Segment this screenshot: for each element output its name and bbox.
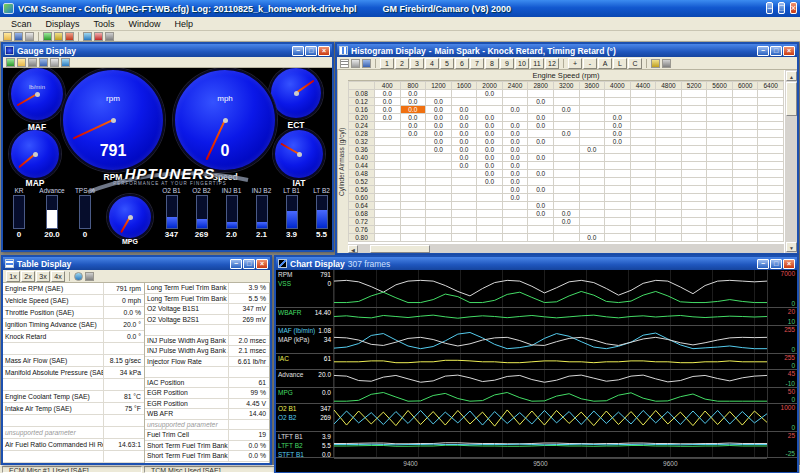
stop-scan-icon[interactable] [65,32,74,41]
table-maximize-button[interactable]: □ [243,259,255,269]
histogram-cell[interactable] [681,98,707,106]
histogram-tab-2[interactable]: 2 [395,58,409,69]
histogram-cell[interactable] [400,210,426,218]
histogram-cell[interactable] [758,98,784,106]
histogram-cell[interactable] [758,178,784,186]
histogram-cell[interactable]: 0.0 [553,106,579,114]
histogram-col-header[interactable]: 5200 [681,82,707,90]
edit-gauge-icon[interactable] [17,58,26,67]
histogram-cell[interactable] [553,146,579,154]
histogram-cell[interactable] [630,234,656,242]
histogram-cell[interactable]: 0.0 [528,154,554,162]
histogram-cell[interactable] [375,218,401,226]
histogram-row-header[interactable]: 0.44 [349,162,375,170]
histogram-cell[interactable] [528,178,554,186]
histogram-cell[interactable] [400,162,426,170]
parameter-row[interactable] [145,325,269,336]
hscroll-thumb[interactable] [370,245,430,253]
histogram-cell[interactable] [400,178,426,186]
chart-window-titlebar[interactable]: Chart Display 307 frames − □ × [276,257,797,270]
histogram-cell[interactable] [502,218,528,226]
chart-plot-area[interactable] [334,270,767,307]
histogram-row-header[interactable]: 0.12 [349,98,375,106]
histogram-cell[interactable] [579,138,605,146]
histogram-cell[interactable]: 0.0 [426,138,452,146]
table-minimize-button[interactable]: − [230,259,242,269]
histogram-cell[interactable] [630,194,656,202]
histogram-cell[interactable] [477,210,503,218]
histogram-hscrollbar[interactable]: ◀ [348,243,784,253]
histogram-button-+[interactable]: + [568,58,582,69]
histogram-col-header[interactable]: 4000 [605,82,631,90]
histogram-cell[interactable] [553,90,579,98]
histogram-cell[interactable] [732,106,758,114]
histogram-col-header[interactable]: 3600 [579,82,605,90]
histogram-row-header[interactable]: 0.76 [349,226,375,234]
histogram-cell[interactable] [681,186,707,194]
histogram-row-header[interactable]: 0.40 [349,154,375,162]
histogram-cell[interactable] [656,146,682,154]
histogram-cell[interactable] [732,178,758,186]
histogram-cell[interactable] [605,98,631,106]
parameter-row[interactable]: Mass Air Flow (SAE)8.15 g/sec [3,355,144,367]
histogram-cell[interactable] [400,186,426,194]
histogram-cell[interactable] [605,162,631,170]
histogram-cell[interactable] [732,186,758,194]
histogram-cell[interactable] [528,218,554,226]
histogram-col-header[interactable]: 5600 [707,82,733,90]
histogram-cell[interactable] [732,122,758,130]
histogram-cell[interactable] [656,210,682,218]
histogram-cell[interactable] [553,154,579,162]
histogram-cell[interactable] [579,90,605,98]
histogram-cell[interactable] [553,138,579,146]
histogram-cell[interactable] [707,90,733,98]
parameter-row[interactable]: Long Term Fuel Trim Bank 2 (SAE)5.5 % [145,294,269,305]
histogram-cell[interactable] [605,154,631,162]
histogram-cell[interactable] [451,234,477,242]
histogram-cell[interactable]: 0.0 [502,178,528,186]
parameter-row[interactable]: INJ Pulse Width Avg Bank 22.1 msec [145,346,269,357]
histogram-tab-3[interactable]: 3 [410,58,424,69]
histogram-cell[interactable] [681,178,707,186]
chart-plot-area[interactable] [334,326,767,353]
histogram-cell[interactable] [528,194,554,202]
add-parameter-icon[interactable] [74,272,83,281]
histogram-col-header[interactable]: 6400 [758,82,784,90]
histogram-cell[interactable] [656,98,682,106]
histogram-cell[interactable]: 0.0 [553,130,579,138]
histogram-cell[interactable] [630,106,656,114]
histogram-cell[interactable] [579,98,605,106]
histogram-cell[interactable] [400,194,426,202]
histogram-cell[interactable]: 0.0 [502,138,528,146]
histogram-cell[interactable] [681,194,707,202]
histogram-cell[interactable] [758,154,784,162]
histogram-cell[interactable] [426,194,452,202]
start-scan-icon[interactable] [43,32,52,41]
histogram-cell[interactable] [707,186,733,194]
parameter-row[interactable]: Fuel Trim Cell19 [145,430,269,441]
histogram-cell[interactable]: 0.0 [451,122,477,130]
histogram-cell[interactable] [681,146,707,154]
histogram-cell[interactable] [656,218,682,226]
histogram-cell[interactable]: 0.0 [605,130,631,138]
histogram-cell[interactable] [579,106,605,114]
histogram-cell[interactable]: 0.0 [502,130,528,138]
parameter-row[interactable]: Manifold Absolute Pressure (SAE)34 kPa [3,367,144,379]
histogram-row-header[interactable]: 0.36 [349,146,375,154]
histogram-cell[interactable]: 0.0 [477,162,503,170]
histogram-cell[interactable] [758,226,784,234]
histogram-cell[interactable]: 0.0 [605,138,631,146]
ect-gauge[interactable] [269,68,323,120]
histogram-cell[interactable] [451,218,477,226]
histogram-cell[interactable] [605,194,631,202]
histogram-cell[interactable] [451,90,477,98]
open-file-icon[interactable] [3,32,12,41]
gauge-save-icon[interactable] [39,58,48,67]
parameter-row[interactable]: IAC Position61 [145,378,269,389]
histogram-cell[interactable] [579,178,605,186]
histogram-cell[interactable] [400,218,426,226]
zoom-button-1x[interactable]: 1x [6,271,20,282]
histogram-tab-8[interactable]: 8 [485,58,499,69]
gauge-print-icon[interactable] [50,58,59,67]
histogram-cell[interactable]: 0.0 [375,90,401,98]
